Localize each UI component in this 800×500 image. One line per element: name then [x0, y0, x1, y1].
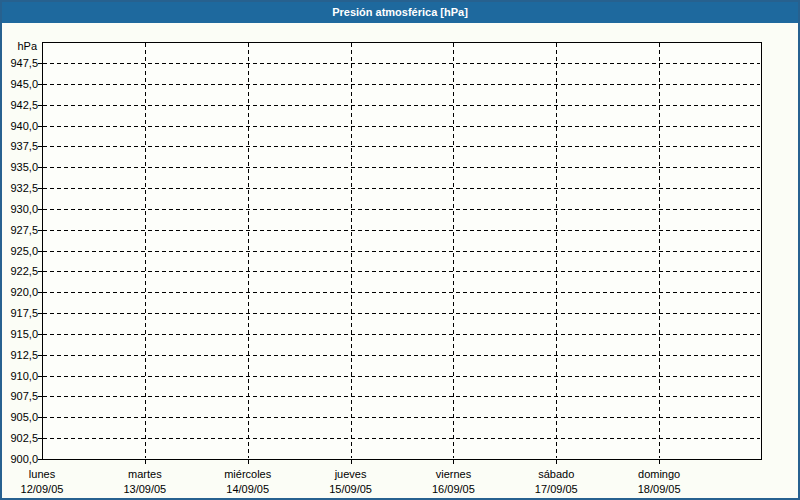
- y-tick-label: 915,0: [2, 328, 38, 340]
- plot-area: [42, 42, 762, 460]
- h-gridline: [43, 417, 760, 418]
- h-gridline: [43, 355, 760, 356]
- h-gridline: [43, 167, 760, 168]
- y-tick-label: 930,0: [2, 203, 38, 215]
- x-date-label: 15/09/05: [299, 483, 403, 496]
- y-tick-mark: [38, 251, 42, 252]
- x-date-label: 17/09/05: [504, 483, 608, 496]
- y-tick-label: 917,5: [2, 307, 38, 319]
- x-tick-mark: [453, 460, 454, 464]
- y-tick-label: 940,0: [2, 120, 38, 132]
- y-tick-mark: [38, 209, 42, 210]
- h-gridline: [43, 396, 760, 397]
- h-gridline: [43, 84, 760, 85]
- h-gridline: [43, 313, 760, 314]
- y-tick-mark: [38, 230, 42, 231]
- y-tick-mark: [38, 396, 42, 397]
- v-gridline: [145, 43, 146, 458]
- x-date-label: 16/09/05: [401, 483, 505, 496]
- h-gridline: [43, 105, 760, 106]
- y-tick-mark: [38, 417, 42, 418]
- y-tick-label: 942,5: [2, 99, 38, 111]
- y-tick-label: 935,0: [2, 161, 38, 173]
- x-tick-mark: [659, 460, 660, 464]
- y-tick-mark: [38, 376, 42, 377]
- x-day-label: viernes: [401, 468, 505, 481]
- y-tick-label: 902,5: [2, 432, 38, 444]
- h-gridline: [43, 230, 760, 231]
- y-tick-label: 907,5: [2, 390, 38, 402]
- y-tick-label: 905,0: [2, 411, 38, 423]
- v-gridline: [248, 43, 249, 458]
- x-tick-mark: [145, 460, 146, 464]
- h-gridline: [43, 126, 760, 127]
- y-tick-mark: [38, 334, 42, 335]
- x-day-label: domingo: [607, 468, 711, 481]
- h-gridline: [43, 209, 760, 210]
- h-gridline: [43, 188, 760, 189]
- y-tick-mark: [38, 126, 42, 127]
- x-date-label: 13/09/05: [93, 483, 197, 496]
- y-tick-mark: [38, 167, 42, 168]
- h-gridline: [43, 376, 760, 377]
- h-gridline: [43, 292, 760, 293]
- y-tick-mark: [38, 105, 42, 106]
- x-day-label: lunes: [0, 468, 94, 481]
- chart-window: Presión atmosférica [hPa] hPa 947,5945,0…: [0, 0, 800, 500]
- y-tick-label: 947,5: [2, 57, 38, 69]
- x-tick-mark: [351, 460, 352, 464]
- x-day-label: sábado: [504, 468, 608, 481]
- v-gridline: [659, 43, 660, 458]
- y-tick-label: 945,0: [2, 78, 38, 90]
- x-day-label: jueves: [299, 468, 403, 481]
- h-gridline: [43, 271, 760, 272]
- y-tick-mark: [38, 271, 42, 272]
- x-date-label: 12/09/05: [0, 483, 94, 496]
- h-gridline: [43, 146, 760, 147]
- y-tick-mark: [38, 313, 42, 314]
- y-tick-label: 920,0: [2, 286, 38, 298]
- h-gridline: [43, 334, 760, 335]
- x-tick-mark: [248, 460, 249, 464]
- y-axis-unit-label: hPa: [2, 40, 37, 52]
- x-date-label: 14/09/05: [196, 483, 300, 496]
- x-day-label: martes: [93, 468, 197, 481]
- y-tick-mark: [38, 292, 42, 293]
- v-gridline: [351, 43, 352, 458]
- chart-title: Presión atmosférica [hPa]: [332, 6, 468, 18]
- y-tick-label: 932,5: [2, 182, 38, 194]
- y-tick-mark: [38, 84, 42, 85]
- y-tick-label: 927,5: [2, 224, 38, 236]
- y-tick-label: 912,5: [2, 349, 38, 361]
- y-tick-mark: [38, 355, 42, 356]
- h-gridline: [43, 251, 760, 252]
- y-tick-mark: [38, 438, 42, 439]
- y-tick-label: 900,0: [2, 453, 38, 465]
- y-tick-mark: [38, 146, 42, 147]
- y-tick-label: 925,0: [2, 245, 38, 257]
- y-tick-label: 937,5: [2, 140, 38, 152]
- v-gridline: [453, 43, 454, 458]
- y-tick-mark: [38, 63, 42, 64]
- x-tick-mark: [556, 460, 557, 464]
- y-tick-label: 922,5: [2, 265, 38, 277]
- h-gridline: [43, 63, 760, 64]
- x-day-label: miércoles: [196, 468, 300, 481]
- y-tick-mark: [38, 188, 42, 189]
- title-bar: Presión atmosférica [hPa]: [2, 2, 798, 23]
- v-gridline: [556, 43, 557, 458]
- y-tick-label: 910,0: [2, 370, 38, 382]
- h-gridline: [43, 438, 760, 439]
- x-date-label: 18/09/05: [607, 483, 711, 496]
- y-tick-mark: [38, 459, 42, 460]
